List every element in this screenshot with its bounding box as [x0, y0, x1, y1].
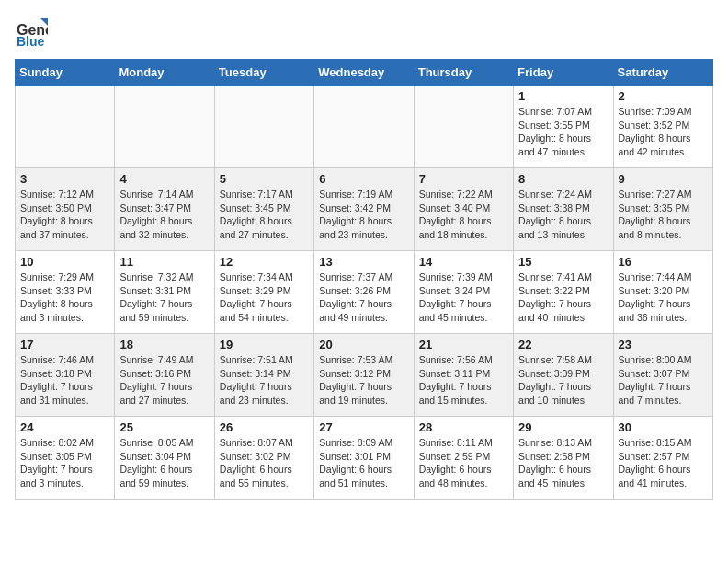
day-info: Sunrise: 8:09 AM Sunset: 3:01 PM Dayligh… — [319, 436, 408, 490]
header-thursday: Thursday — [414, 60, 513, 86]
day-info: Sunrise: 7:32 AM Sunset: 3:31 PM Dayligh… — [119, 270, 209, 325]
day-info: Sunrise: 7:27 AM Sunset: 3:35 PM Dayligh… — [619, 188, 708, 242]
calendar-cell: 3Sunrise: 7:12 AM Sunset: 3:50 PM Daylig… — [16, 168, 115, 251]
day-info: Sunrise: 7:14 AM Sunset: 3:47 PM Dayligh… — [119, 188, 209, 242]
day-info: Sunrise: 7:41 AM Sunset: 3:22 PM Dayligh… — [518, 270, 608, 325]
day-info: Sunrise: 7:34 AM Sunset: 3:29 PM Dayligh… — [220, 270, 309, 325]
day-info: Sunrise: 7:44 AM Sunset: 3:20 PM Dayligh… — [619, 270, 708, 325]
calendar-cell: 20Sunrise: 7:53 AM Sunset: 3:12 PM Dayli… — [314, 334, 414, 417]
calendar-cell: 9Sunrise: 7:27 AM Sunset: 3:35 PM Daylig… — [613, 168, 712, 251]
calendar-cell: 12Sunrise: 7:34 AM Sunset: 3:29 PM Dayli… — [214, 251, 313, 334]
day-number: 3 — [20, 172, 109, 186]
day-info: Sunrise: 8:11 AM Sunset: 2:59 PM Dayligh… — [419, 436, 508, 490]
week-row-4: 17Sunrise: 7:46 AM Sunset: 3:18 PM Dayli… — [16, 334, 713, 417]
calendar-cell: 29Sunrise: 8:13 AM Sunset: 2:58 PM Dayli… — [514, 417, 613, 500]
day-number: 10 — [20, 255, 109, 269]
header-saturday: Saturday — [613, 60, 712, 86]
day-number: 15 — [518, 255, 608, 269]
calendar-cell: 24Sunrise: 8:02 AM Sunset: 3:05 PM Dayli… — [16, 417, 115, 500]
day-info: Sunrise: 7:07 AM Sunset: 3:55 PM Dayligh… — [518, 105, 608, 159]
calendar-cell — [314, 86, 414, 168]
logo-icon: General Blue — [15, 15, 48, 48]
calendar-cell: 22Sunrise: 7:58 AM Sunset: 3:09 PM Dayli… — [514, 334, 613, 417]
calendar-cell: 21Sunrise: 7:56 AM Sunset: 3:11 PM Dayli… — [414, 334, 513, 417]
day-number: 27 — [319, 420, 408, 434]
day-number: 13 — [319, 255, 408, 269]
day-info: Sunrise: 8:00 AM Sunset: 3:07 PM Dayligh… — [619, 353, 708, 408]
day-number: 8 — [518, 172, 608, 186]
day-number: 7 — [419, 172, 508, 186]
day-number: 21 — [419, 338, 508, 351]
day-info: Sunrise: 7:22 AM Sunset: 3:40 PM Dayligh… — [419, 188, 508, 242]
calendar-cell: 6Sunrise: 7:19 AM Sunset: 3:42 PM Daylig… — [314, 168, 414, 251]
calendar-cell: 5Sunrise: 7:17 AM Sunset: 3:45 PM Daylig… — [214, 168, 313, 251]
week-row-1: 1Sunrise: 7:07 AM Sunset: 3:55 PM Daylig… — [16, 86, 713, 168]
day-number: 17 — [20, 338, 109, 351]
day-number: 29 — [518, 420, 608, 434]
day-number: 18 — [119, 338, 209, 351]
day-number: 14 — [419, 255, 508, 269]
calendar-cell: 1Sunrise: 7:07 AM Sunset: 3:55 PM Daylig… — [514, 86, 613, 168]
day-number: 23 — [619, 338, 708, 351]
day-info: Sunrise: 7:58 AM Sunset: 3:09 PM Dayligh… — [518, 353, 608, 408]
day-number: 1 — [518, 89, 608, 103]
calendar-cell: 25Sunrise: 8:05 AM Sunset: 3:04 PM Dayli… — [115, 417, 214, 500]
calendar-cell: 10Sunrise: 7:29 AM Sunset: 3:33 PM Dayli… — [16, 251, 115, 334]
svg-text:Blue: Blue — [17, 34, 45, 48]
week-row-5: 24Sunrise: 8:02 AM Sunset: 3:05 PM Dayli… — [16, 417, 713, 500]
day-info: Sunrise: 7:17 AM Sunset: 3:45 PM Dayligh… — [220, 188, 309, 242]
day-info: Sunrise: 7:51 AM Sunset: 3:14 PM Dayligh… — [220, 353, 309, 408]
day-info: Sunrise: 7:29 AM Sunset: 3:33 PM Dayligh… — [20, 270, 109, 325]
day-info: Sunrise: 8:13 AM Sunset: 2:58 PM Dayligh… — [518, 436, 608, 490]
calendar-cell — [16, 86, 115, 168]
day-number: 9 — [619, 172, 708, 186]
day-info: Sunrise: 8:02 AM Sunset: 3:05 PM Dayligh… — [20, 436, 109, 490]
day-info: Sunrise: 8:15 AM Sunset: 2:57 PM Dayligh… — [619, 436, 708, 490]
day-number: 22 — [518, 338, 608, 351]
day-number: 5 — [220, 172, 309, 186]
header-friday: Friday — [514, 60, 613, 86]
day-number: 11 — [119, 255, 209, 269]
day-info: Sunrise: 7:37 AM Sunset: 3:26 PM Dayligh… — [319, 270, 408, 325]
day-number: 19 — [220, 338, 309, 351]
header: General Blue — [15, 15, 713, 48]
calendar-cell: 15Sunrise: 7:41 AM Sunset: 3:22 PM Dayli… — [514, 251, 613, 334]
calendar-cell: 27Sunrise: 8:09 AM Sunset: 3:01 PM Dayli… — [314, 417, 414, 500]
day-info: Sunrise: 7:53 AM Sunset: 3:12 PM Dayligh… — [319, 353, 408, 408]
day-info: Sunrise: 7:39 AM Sunset: 3:24 PM Dayligh… — [419, 270, 508, 325]
day-number: 25 — [119, 420, 209, 434]
calendar-cell — [115, 86, 214, 168]
calendar-cell: 26Sunrise: 8:07 AM Sunset: 3:02 PM Dayli… — [214, 417, 313, 500]
calendar-cell: 7Sunrise: 7:22 AM Sunset: 3:40 PM Daylig… — [414, 168, 513, 251]
calendar-cell — [214, 86, 313, 168]
day-number: 16 — [619, 255, 708, 269]
week-row-2: 3Sunrise: 7:12 AM Sunset: 3:50 PM Daylig… — [16, 168, 713, 251]
calendar-cell: 23Sunrise: 8:00 AM Sunset: 3:07 PM Dayli… — [613, 334, 712, 417]
day-number: 26 — [220, 420, 309, 434]
calendar-cell: 18Sunrise: 7:49 AM Sunset: 3:16 PM Dayli… — [115, 334, 214, 417]
day-info: Sunrise: 7:56 AM Sunset: 3:11 PM Dayligh… — [419, 353, 508, 408]
calendar-cell: 28Sunrise: 8:11 AM Sunset: 2:59 PM Dayli… — [414, 417, 513, 500]
calendar-cell: 16Sunrise: 7:44 AM Sunset: 3:20 PM Dayli… — [613, 251, 712, 334]
header-tuesday: Tuesday — [214, 60, 313, 86]
logo: General Blue — [15, 15, 51, 48]
calendar-cell: 8Sunrise: 7:24 AM Sunset: 3:38 PM Daylig… — [514, 168, 613, 251]
calendar-cell: 11Sunrise: 7:32 AM Sunset: 3:31 PM Dayli… — [115, 251, 214, 334]
day-info: Sunrise: 8:05 AM Sunset: 3:04 PM Dayligh… — [119, 436, 209, 490]
header-wednesday: Wednesday — [314, 60, 414, 86]
header-monday: Monday — [115, 60, 214, 86]
day-info: Sunrise: 8:07 AM Sunset: 3:02 PM Dayligh… — [220, 436, 309, 490]
day-info: Sunrise: 7:19 AM Sunset: 3:42 PM Dayligh… — [319, 188, 408, 242]
day-number: 6 — [319, 172, 408, 186]
day-number: 28 — [419, 420, 508, 434]
calendar-cell — [414, 86, 513, 168]
calendar-cell: 14Sunrise: 7:39 AM Sunset: 3:24 PM Dayli… — [414, 251, 513, 334]
calendar-cell: 19Sunrise: 7:51 AM Sunset: 3:14 PM Dayli… — [214, 334, 313, 417]
calendar-cell: 13Sunrise: 7:37 AM Sunset: 3:26 PM Dayli… — [314, 251, 414, 334]
calendar-cell: 4Sunrise: 7:14 AM Sunset: 3:47 PM Daylig… — [115, 168, 214, 251]
calendar-cell: 30Sunrise: 8:15 AM Sunset: 2:57 PM Dayli… — [613, 417, 712, 500]
calendar-cell: 2Sunrise: 7:09 AM Sunset: 3:52 PM Daylig… — [613, 86, 712, 168]
day-number: 12 — [220, 255, 309, 269]
day-number: 20 — [319, 338, 408, 351]
day-number: 2 — [619, 89, 708, 103]
